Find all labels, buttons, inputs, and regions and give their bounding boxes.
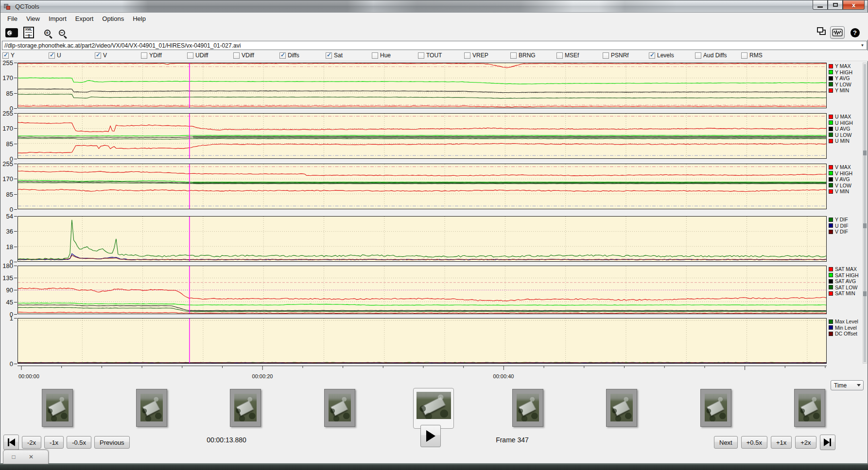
close-button[interactable]: x <box>843 0 865 10</box>
legend-item: V HIGH <box>829 170 867 176</box>
thumbnail[interactable] <box>230 389 261 427</box>
series-u-max <box>18 122 826 132</box>
title-bar[interactable]: QCTools x <box>0 0 868 13</box>
legend-swatch <box>829 189 833 194</box>
y-tick-label: 85 <box>6 140 13 147</box>
speed-+1x-button[interactable]: +1x <box>771 436 792 449</box>
next-frame-button[interactable]: Next <box>714 436 738 449</box>
y-tick-label: 0 <box>10 360 13 368</box>
legend-swatch <box>829 273 833 277</box>
plot-v[interactable] <box>17 164 827 209</box>
menu-import[interactable]: Import <box>44 14 71 24</box>
time-axis-label: 00:00:40 <box>484 373 523 379</box>
fragment-restore-icon[interactable]: □ <box>7 453 20 462</box>
zoom-out-icon[interactable]: − <box>55 26 68 39</box>
filter-checkbox-levels[interactable]: ✓Levels <box>649 52 674 59</box>
filter-label: Y <box>11 52 15 59</box>
legend-swatch <box>829 291 833 296</box>
thumbnail[interactable] <box>700 389 731 427</box>
filter-checkbox-vrep[interactable]: VREP <box>464 52 488 59</box>
series-dc-offset <box>18 363 826 363</box>
filter-label: YDiff <box>149 52 162 59</box>
filter-label: RMS <box>749 52 763 59</box>
thumbnail[interactable] <box>324 389 355 427</box>
plot-y[interactable] <box>17 63 827 108</box>
graphs-area: 255170850Y MAXY HIGHY AVGY LOWY MIN25517… <box>0 62 868 365</box>
filter-checkbox-msef[interactable]: MSEf <box>556 52 579 59</box>
speed-+2x-button[interactable]: +2x <box>795 436 816 449</box>
chevron-down-icon <box>857 384 861 386</box>
graph-view-icon[interactable] <box>830 26 845 39</box>
thumbnail[interactable] <box>794 389 825 427</box>
series-u-dif <box>18 253 826 260</box>
play-button[interactable] <box>420 425 441 447</box>
y-tick-label: 0 <box>10 206 13 213</box>
qctools-window: QCTools x FileViewImportExportOptionsHel… <box>0 0 868 464</box>
plot-u[interactable] <box>17 113 827 159</box>
filter-checkbox-hue[interactable]: Hue <box>372 52 391 59</box>
graphs-scrollbar[interactable] <box>863 63 867 364</box>
filter-checkbox-ydiff[interactable]: YDiff <box>141 52 162 59</box>
menu-options[interactable]: Options <box>98 14 128 24</box>
y-tick-label: 90 <box>6 286 13 294</box>
legend-swatch <box>829 82 833 86</box>
filter-checkbox-u[interactable]: ✓U <box>49 52 61 59</box>
series-sat-avg <box>18 305 826 311</box>
filter-checkbox-tout[interactable]: TOUT <box>418 52 442 59</box>
minimize-button[interactable] <box>813 0 828 10</box>
frame-photo <box>46 394 69 421</box>
filter-checkbox-y[interactable]: ✓Y <box>2 52 15 59</box>
y-tick-label: 170 <box>2 74 13 82</box>
series-y-low <box>18 94 826 99</box>
filter-checkbox-brng[interactable]: BRNG <box>510 52 536 59</box>
thumbnail[interactable] <box>606 389 637 427</box>
legend-item: Y HIGH <box>829 69 867 75</box>
filter-checkbox-vdiff[interactable]: VDiff <box>233 52 254 59</box>
speed--1x-button[interactable]: -1x <box>44 436 64 449</box>
menu-view[interactable]: View <box>22 14 44 24</box>
legend-item: U MIN <box>829 138 867 144</box>
maximize-button[interactable] <box>828 0 843 10</box>
path-dropdown-arrow[interactable]: ▼ <box>858 41 867 50</box>
export-xml-icon[interactable]: XML⇧ <box>22 26 35 39</box>
thumbnail[interactable] <box>42 389 73 427</box>
y-axis-levels: 10 <box>0 318 17 364</box>
previous-frame-button[interactable]: Previous <box>94 436 130 449</box>
plot-levels[interactable] <box>17 318 827 364</box>
speed-+0.5x-button[interactable]: +0.5x <box>741 436 767 449</box>
file-path-input[interactable]: //dlp-storage.phonothek.ac.at/part2/vide… <box>2 41 867 50</box>
filter-label: VDiff <box>242 52 254 59</box>
plot-sat[interactable] <box>17 266 827 314</box>
y-axis-u: 255170850 <box>0 113 17 159</box>
series-y-avg <box>18 89 826 93</box>
legend-item: V MAX <box>829 164 867 170</box>
speed--0.5x-button[interactable]: -0.5x <box>67 436 91 449</box>
legend-u: U MAXU HIGHU AVGU LOWU MIN <box>829 114 867 144</box>
frame-photo <box>417 392 451 419</box>
skip-to-start-button[interactable] <box>3 435 19 450</box>
frames-view-icon[interactable] <box>816 26 828 39</box>
menu-file[interactable]: File <box>3 14 22 24</box>
speed--2x-button[interactable]: -2x <box>22 436 41 449</box>
thumbnail[interactable] <box>136 389 167 427</box>
plot-diffs[interactable] <box>17 216 827 262</box>
frame-photo <box>234 394 257 421</box>
filter-checkbox-aud-diffs[interactable]: Aud Diffs <box>695 52 727 59</box>
filter-checkbox-rms[interactable]: RMS <box>741 52 763 59</box>
filter-checkbox-diffs[interactable]: ✓Diffs <box>279 52 299 59</box>
filter-checkbox-sat[interactable]: ✓Sat <box>326 52 343 59</box>
help-icon[interactable]: ? <box>849 26 861 39</box>
zoom-in-icon[interactable]: + <box>41 26 53 39</box>
filter-checkbox-v[interactable]: ✓V <box>95 52 107 59</box>
time-axis-label: 00:00:00 <box>18 373 39 379</box>
filter-label: Diffs <box>288 52 299 59</box>
menu-export[interactable]: Export <box>71 14 98 24</box>
fragment-close-icon[interactable]: ✕ <box>25 453 37 462</box>
filter-checkbox-udiff[interactable]: UDiff <box>187 52 208 59</box>
skip-to-end-button[interactable] <box>820 435 835 450</box>
filter-checkbox-psnrf[interactable]: PSNRf <box>603 52 629 59</box>
thumbnail[interactable] <box>512 389 543 427</box>
open-video-icon[interactable] <box>5 26 18 39</box>
menu-help[interactable]: Help <box>128 14 150 24</box>
thumbnail-selected[interactable] <box>413 388 454 429</box>
